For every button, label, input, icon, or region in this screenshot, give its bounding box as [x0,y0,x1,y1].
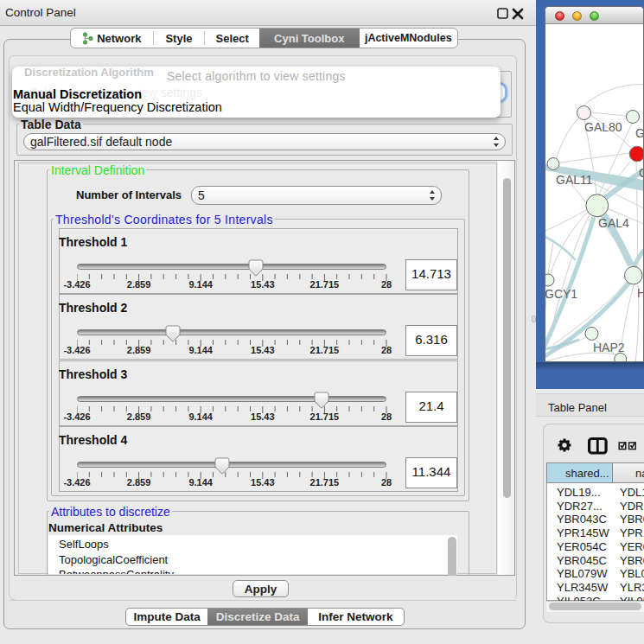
svg-text:C: C [639,166,644,180]
svg-text:H: H [637,286,644,300]
svg-text:GAL11: GAL11 [556,173,593,187]
svg-text:HAP2: HAP2 [593,341,625,354]
svg-text:G.: G. [635,126,644,140]
svg-text:GAL4: GAL4 [598,216,629,230]
svg-text:GCY1: GCY1 [545,287,577,301]
svg-text:GAL80: GAL80 [584,120,622,134]
